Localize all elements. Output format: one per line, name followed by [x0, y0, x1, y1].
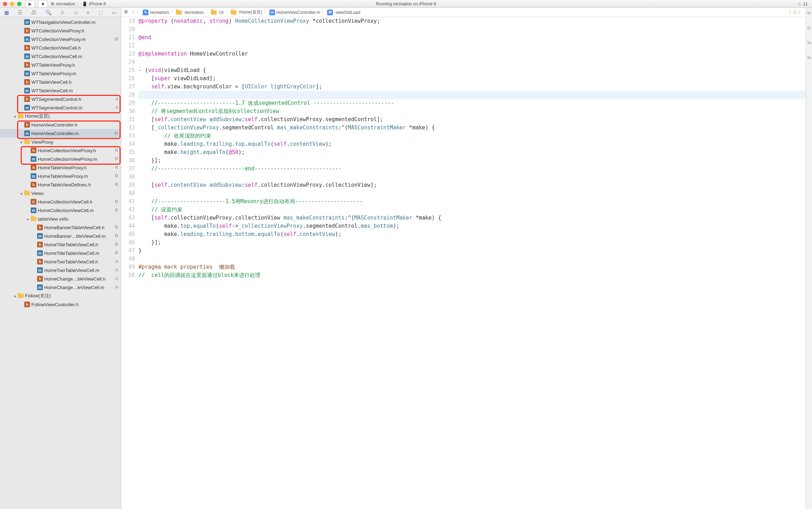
code-line[interactable]: make.top.equalTo(self->_collectionViewPr… — [138, 222, 806, 230]
file-row[interactable]: mWTNavigationViewController.m — [0, 18, 121, 26]
file-row[interactable]: mHomeCollectionViewCell.mR — [0, 206, 121, 215]
file-row[interactable]: mHomeTableViewProxy.mR — [0, 172, 121, 180]
debug-navigator-tab[interactable]: ≡ — [87, 10, 90, 15]
file-row[interactable]: mHomeChange…leViewCell.mA — [0, 283, 121, 292]
file-row[interactable]: hWTSegmentedControl.hA — [0, 95, 121, 103]
close-window-button[interactable] — [3, 2, 7, 6]
code-line[interactable]: - (void)viewDidLoad { — [138, 66, 806, 74]
code-line[interactable]: //------------------------1.7 改成segmente… — [138, 99, 806, 107]
file-row[interactable]: mWTCollectionViewProxy.mM — [0, 35, 121, 43]
code-line[interactable]: make.height.equalTo(@50); — [138, 148, 806, 156]
code-line[interactable]: // cell的回调就在这里面通过block来进行处理 — [138, 271, 806, 279]
folder-row[interactable]: tableView cells — [0, 215, 121, 223]
file-row[interactable]: hHomeTableViewDefines.hR — [0, 180, 121, 189]
code-line[interactable]: [_collectionViewProxy.segmentedControl m… — [138, 124, 806, 132]
run-button[interactable]: ▶ — [25, 0, 35, 8]
file-row[interactable]: mHomeCollectionViewProxy.mR — [0, 155, 121, 163]
file-row[interactable]: hHomeViewController.h — [0, 120, 121, 129]
code-line[interactable]: [self.contentView addSubview:self.collec… — [138, 181, 806, 189]
file-row[interactable]: mWTSegmentedControl.mA — [0, 103, 121, 112]
file-row[interactable]: mHomeTitleTableViewCell.mR — [0, 249, 121, 257]
code-line[interactable]: // 收尾顶部的约束 — [138, 132, 806, 140]
code-line[interactable]: #pragma mark properties 懒加载 — [138, 263, 806, 271]
file-row[interactable]: hHomeTwoTableViewCell.hA — [0, 257, 121, 266]
code-line[interactable]: [super viewDidLoad]; — [138, 74, 806, 83]
file-row[interactable]: hHomeTableViewProxy.hR — [0, 163, 121, 172]
file-row[interactable]: hWTTableViewProxy.h — [0, 61, 121, 69]
disclosure-triangle[interactable] — [26, 216, 30, 222]
disclosure-triangle[interactable] — [13, 293, 17, 299]
scheme-chooser[interactable]: ⚙︎ recreation 〉 📱 iPhone 8 — [51, 1, 106, 7]
file-row[interactable]: mHomeViewController.mM — [0, 129, 121, 138]
code-line[interactable]: //---------------------------end--------… — [138, 165, 806, 173]
code-line[interactable]: make.leading.trailing.top.equalTo(self.c… — [138, 140, 806, 148]
code-line[interactable] — [138, 42, 806, 50]
find-navigator-tab[interactable]: 🔍 — [45, 10, 51, 15]
code-line[interactable]: @property (nonatomic, strong) HomeCollec… — [138, 17, 806, 25]
file-row[interactable]: hHomeTitleTableViewCell.hR — [0, 240, 121, 249]
stop-button[interactable]: ■ — [38, 0, 48, 8]
code-editor[interactable]: 1920212223242526272829303132333435363738… — [121, 17, 806, 509]
issue-navigator-tab[interactable]: ⚠︎ — [60, 10, 65, 15]
file-row[interactable]: hHomeCollectionViewCell.hR — [0, 197, 121, 206]
prev-issue-button[interactable]: 〈 — [787, 9, 791, 15]
file-row[interactable]: mHomeBanner…bleViewCell.mR — [0, 232, 121, 240]
code-line[interactable]: //---------------------1.5用Masonry进行自动布局… — [138, 197, 806, 206]
code-line[interactable] — [138, 189, 806, 197]
folder-row[interactable]: ViewProxy — [0, 138, 121, 146]
zoom-window-button[interactable] — [17, 2, 21, 6]
symbol-navigator-tab[interactable]: 品 — [31, 9, 36, 16]
code-line[interactable]: }]; — [138, 156, 806, 165]
breadcrumb[interactable]: ✎recreation〉recreation〉UI〉Home(首页)〉mHome… — [143, 9, 360, 15]
file-row[interactable]: hWTTableViewCell.h — [0, 78, 121, 86]
code-line[interactable] — [138, 173, 806, 181]
disclosure-triangle[interactable] — [19, 139, 24, 145]
code-line[interactable]: // 将segmentedControl添加到collectionView — [138, 107, 806, 115]
go-forward-button[interactable]: 〉 — [136, 9, 141, 15]
breakpoint-navigator-tab[interactable]: ⬚ — [98, 10, 103, 15]
code-line[interactable]: // 设置约束 — [138, 206, 806, 214]
code-line[interactable]: }]; — [138, 238, 806, 247]
code-line[interactable]: @end — [138, 34, 806, 42]
disclosure-triangle[interactable] — [19, 191, 24, 196]
file-row[interactable]: mHomeTwoTableViewCell.mA — [0, 266, 121, 274]
file-row[interactable]: hHomeCollectionViewProxy.hR — [0, 146, 121, 155]
file-row[interactable]: hHomeBannerTableViewCell.hR — [0, 223, 121, 232]
code-line[interactable] — [138, 25, 806, 34]
breadcrumb-item[interactable]: mHomeViewController.m — [269, 10, 320, 15]
warnings-indicator[interactable]: ⚠︎ 11 — [797, 1, 808, 6]
breadcrumb-item[interactable]: Home(首页) — [231, 9, 262, 15]
code-line[interactable]: } — [138, 247, 806, 255]
source-code[interactable]: @property (nonatomic, strong) HomeCollec… — [138, 17, 806, 509]
breadcrumb-item[interactable]: UI — [211, 10, 224, 15]
minimize-window-button[interactable] — [10, 2, 14, 6]
code-line[interactable] — [138, 255, 806, 263]
file-row[interactable]: mWTCollectionViewCell.m — [0, 52, 121, 61]
source-control-navigator-tab[interactable]: ☰ — [18, 10, 22, 15]
file-tree[interactable]: mWTNavigationViewController.mhWTCollecti… — [0, 17, 121, 309]
file-row[interactable]: hHomeChange…bleViewCell.hA — [0, 274, 121, 283]
breadcrumb-item[interactable]: ✎recreation — [143, 10, 169, 15]
folder-row[interactable]: Follow(关注) — [0, 292, 121, 300]
code-line[interactable]: @implementation HomeViewController — [138, 50, 806, 58]
report-navigator-tab[interactable]: ▭ — [112, 10, 116, 15]
file-row[interactable]: hFollowViewController.h — [0, 300, 121, 309]
code-line[interactable] — [138, 91, 806, 99]
code-line[interactable]: [self.collectionViewProxy.collectionView… — [138, 214, 806, 222]
code-line[interactable]: [self.contentView addSubview:self.collec… — [138, 115, 806, 124]
disclosure-triangle[interactable] — [13, 114, 17, 119]
breadcrumb-item[interactable]: recreation — [176, 10, 203, 15]
folder-row[interactable]: Home(首页) — [0, 112, 121, 120]
test-navigator-tab[interactable]: ◇ — [74, 10, 78, 15]
folder-row[interactable]: Views — [0, 189, 121, 197]
code-line[interactable]: self.view.backgroundColor = [UIColor lig… — [138, 83, 806, 91]
code-line[interactable]: make.leading.trailing.bottom.equalTo(sel… — [138, 230, 806, 238]
code-line[interactable] — [138, 58, 806, 66]
next-issue-button[interactable]: 〉 — [798, 9, 803, 15]
file-row[interactable]: hWTCollectionViewProxy.h — [0, 26, 121, 35]
related-items-icon[interactable]: ⊞ — [124, 9, 128, 15]
file-row[interactable]: hWTCollectionViewCell.h — [0, 43, 121, 52]
file-row[interactable]: mWTTableViewCell.m — [0, 86, 121, 95]
go-back-button[interactable]: 〈 — [130, 9, 134, 15]
breadcrumb-item[interactable]: M-viewDidLoad — [327, 10, 360, 15]
